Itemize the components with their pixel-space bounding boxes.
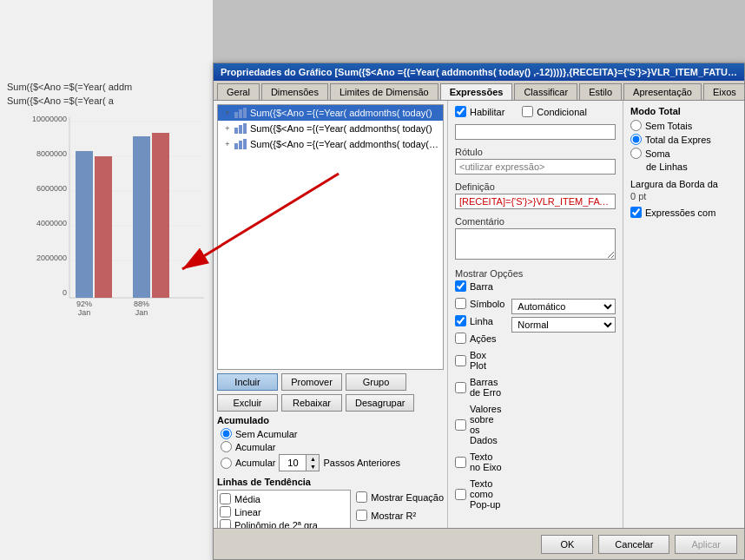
tendencia-linear: Linear: [220, 505, 348, 518]
texto-popup-checkbox[interactable]: [455, 489, 466, 500]
condicional-input[interactable]: [455, 124, 616, 140]
svg-text:92%: 92%: [76, 300, 92, 308]
expression-item-3[interactable]: + Sum({$<Ano ={(=Year( addmonths( today(…: [218, 136, 443, 152]
simbolo-select[interactable]: Automático: [511, 299, 616, 314]
spinbox-up[interactable]: ▲: [307, 455, 319, 463]
valores-sobre-row: Valores sobre os Dados: [455, 404, 504, 445]
svg-rect-31: [243, 139, 247, 149]
radio-total-expres: Total da Expres: [630, 134, 737, 145]
svg-rect-14: [95, 156, 112, 298]
habilitar-row: Habilitar: [455, 106, 504, 117]
expressoes-como-checkbox[interactable]: [630, 207, 642, 218]
tab-geral[interactable]: Geral: [217, 83, 260, 100]
rebaixar-button[interactable]: Rebaixar: [281, 394, 342, 412]
incluir-button[interactable]: Incluir: [217, 373, 278, 391]
mostrar-equacao-checkbox[interactable]: [356, 491, 367, 503]
tab-expressoes[interactable]: Expressões: [440, 83, 513, 101]
tab-eixos[interactable]: Eixos: [703, 83, 744, 100]
linha-select[interactable]: Normal: [511, 317, 616, 333]
texto-eixo-checkbox[interactable]: [455, 457, 466, 468]
radio-total-expres-input[interactable]: [630, 134, 642, 145]
svg-rect-15: [133, 136, 150, 298]
expression-list[interactable]: + Sum({$<Ano ={(=Year( addmonths( today(…: [217, 104, 444, 370]
texto-popup-label: Texto como Pop-up: [470, 478, 504, 510]
acoes-checkbox[interactable]: [455, 333, 466, 344]
dialog-body: + Sum({$<Ano ={(=Year( addmonths( today(…: [214, 101, 744, 549]
radio-sem-totais-label: Sem Totais: [645, 121, 692, 131]
expression-text-3: Sum({$<Ano ={(=Year( addmonths( today() …: [250, 139, 439, 149]
radio-total-expres-label: Total da Expres: [645, 135, 711, 145]
barra-checkbox[interactable]: [455, 280, 466, 292]
tendencia-media-checkbox[interactable]: [220, 493, 231, 504]
barras-erro-checkbox[interactable]: [455, 382, 466, 393]
svg-text:Jan: Jan: [78, 308, 91, 317]
tab-estilo[interactable]: Estilo: [579, 83, 622, 100]
expression-text-1: Sum({$<Ano ={(=Year( addmonths( today(): [250, 108, 432, 118]
grupo-button[interactable]: Grupo: [346, 373, 406, 391]
aplicar-button[interactable]: Aplicar: [675, 535, 737, 554]
svg-text:10000000: 10000000: [32, 115, 67, 123]
radio-soma-input[interactable]: [630, 148, 642, 159]
box-plot-checkbox[interactable]: [455, 355, 466, 366]
svg-text:0: 0: [63, 288, 67, 297]
expression-item-1[interactable]: + Sum({$<Ano ={(=Year( addmonths( today(…: [218, 105, 443, 121]
excluir-button[interactable]: Excluir: [217, 394, 278, 412]
mostrar-r2-checkbox[interactable]: [356, 510, 367, 521]
expand-icon-1: +: [221, 107, 234, 119]
tab-limites[interactable]: Limites de Dimensão: [330, 83, 438, 100]
far-right-panel: Modo Total Sem Totais Total da Expres So…: [623, 101, 744, 549]
mostrar-opcoes-columns: Barra Símbolo Linha Ações: [455, 280, 616, 513]
mostrar-equacao-label: Mostrar Equação: [371, 492, 444, 503]
mostrar-r2-row: Mostrar R²: [356, 510, 444, 521]
right-panel: Habilitar Condicional Rótulo Definição […: [448, 101, 623, 549]
desagrupar-button[interactable]: Desagrupar: [346, 394, 414, 412]
passos-input[interactable]: 10: [280, 457, 306, 469]
svg-text:88%: 88%: [134, 300, 149, 308]
tab-apresentacao[interactable]: Apresentação: [623, 83, 702, 100]
simbolo-row: Símbolo: [455, 298, 504, 309]
tendencia-linear-checkbox[interactable]: [220, 506, 231, 517]
bar-chart: 10000000 8000000 6000000 4000000 2000000…: [4, 109, 208, 317]
promover-button[interactable]: Promover: [281, 373, 342, 391]
svg-text:6000000: 6000000: [36, 184, 67, 193]
habilitar-label: Habilitar: [470, 107, 504, 117]
modo-total-radio-group: Sem Totais Total da Expres Soma de Linha…: [630, 120, 737, 172]
mostrar-col-right: Automático Normal: [511, 280, 616, 513]
box-plot-row: Box Plot: [455, 350, 504, 371]
comentario-input[interactable]: [455, 228, 616, 260]
condicional-checkbox[interactable]: [522, 106, 533, 117]
rotulo-input[interactable]: [455, 159, 616, 175]
tab-dimensoes[interactable]: Dimensões: [261, 83, 328, 100]
tab-bar: Geral Dimensões Limites de Dimensão Expr…: [214, 81, 744, 101]
mostrar-col-left: Barra Símbolo Linha Ações: [455, 280, 504, 513]
radio-acumular-2-input[interactable]: [221, 458, 232, 469]
bar-chart-icon-2: [234, 122, 247, 135]
simbolo-checkbox[interactable]: [455, 298, 466, 309]
acumulado-radio-group: Sem Acumular Acumular Acumular 10 ▲: [217, 428, 444, 471]
bar-chart-icon-1: [234, 107, 247, 119]
texto-popup-row: Texto como Pop-up: [455, 478, 504, 510]
radio-acumular-1-input[interactable]: [221, 441, 232, 452]
barra-label: Barra: [470, 281, 493, 292]
linha-checkbox[interactable]: [455, 315, 466, 326]
habilitar-checkbox[interactable]: [455, 106, 466, 117]
radio-sem-acumular-label: Sem Acumular: [235, 429, 298, 439]
acoes-row: Ações: [455, 333, 504, 344]
expression-item-2[interactable]: + Sum({$<Ano ={(=Year( addmonths( today(…: [218, 121, 443, 136]
cancelar-button[interactable]: Cancelar: [598, 535, 669, 554]
radio-sem-acumular-input[interactable]: [221, 428, 232, 439]
acumulado-section: Acumulado Sem Acumular Acumular Acumular: [217, 415, 444, 471]
de-linhas-label: de Linhas: [630, 161, 737, 172]
radio-sem-totais: Sem Totais: [630, 120, 737, 131]
definicao-label: Definição: [455, 181, 616, 192]
tab-classificar[interactable]: Classificar: [514, 83, 577, 100]
ok-button[interactable]: OK: [541, 535, 593, 554]
radio-sem-totais-input[interactable]: [630, 120, 642, 131]
button-row-1: Incluir Promover Grupo: [217, 373, 444, 391]
dialog-titlebar: Propriedades do Gráfico [Sum({$<Ano ={(=…: [214, 63, 744, 81]
valores-sobre-checkbox[interactable]: [455, 419, 466, 431]
svg-rect-24: [239, 109, 242, 118]
spinbox-down[interactable]: ▼: [307, 463, 319, 471]
left-panel: + Sum({$<Ano ={(=Year( addmonths( today(…: [214, 101, 448, 549]
mostrar-equacao-row: Mostrar Equação: [356, 491, 444, 503]
